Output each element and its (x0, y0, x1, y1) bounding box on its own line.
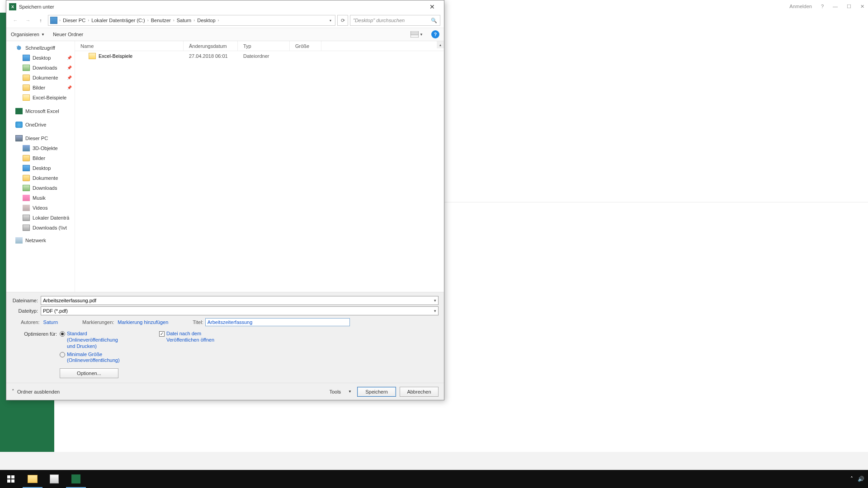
hide-folders-button[interactable]: ˄ Ordner ausblenden (12, 389, 60, 394)
network-icon (15, 237, 23, 244)
help-icon[interactable]: ? (821, 4, 824, 9)
filename-input[interactable]: Arbeitszeiterfassung.pdf (41, 296, 439, 305)
organize-button[interactable]: Organisieren▼ (11, 32, 45, 37)
new-folder-button[interactable]: Neuer Ordner (53, 32, 83, 37)
tree-desktop2[interactable]: Desktop (6, 163, 75, 173)
downloads-icon (23, 65, 30, 71)
tray-volume-icon[interactable]: 🔊 (858, 476, 864, 482)
col-date[interactable]: Änderungsdatum (184, 41, 238, 51)
taskbar-app[interactable] (43, 470, 65, 488)
chevron-up-icon: ˄ (12, 389, 14, 394)
svg-rect-0 (410, 31, 419, 38)
desktop-icon (23, 55, 30, 61)
tray-chevron-icon[interactable]: ˄ (850, 476, 853, 482)
tree-pictures2[interactable]: Bilder (6, 153, 75, 163)
tree-documents2[interactable]: Dokumente (6, 173, 75, 183)
file-date: 27.04.2018 06:01 (184, 53, 238, 59)
title-input[interactable]: Arbeitszeiterfassung (205, 318, 350, 326)
3d-icon (23, 145, 30, 151)
help-button[interactable]: ? (431, 30, 439, 38)
open-after-checkbox[interactable]: Datei nach dem Veröffentlichen öffnen (159, 331, 225, 343)
title-label: Titel: (193, 319, 203, 325)
options-button[interactable]: Optionen... (60, 368, 118, 378)
tree-quick-access[interactable]: Schnellzugriff (6, 43, 75, 53)
taskbar[interactable]: ˄ 🔊 (0, 470, 868, 488)
search-placeholder: "Desktop" durchsuchen (353, 18, 405, 23)
breadcrumb-seg[interactable]: Saturn (175, 18, 193, 23)
col-size[interactable]: Größe (290, 41, 321, 51)
taskbar-excel[interactable] (65, 470, 87, 488)
app-icon (50, 474, 59, 483)
tags-value[interactable]: Markierung hinzufügen (118, 319, 168, 325)
breadcrumb-seg[interactable]: Desktop (196, 18, 217, 23)
view-icon (410, 31, 419, 38)
col-name[interactable]: Name (75, 41, 184, 51)
authors-value[interactable]: Saturn (43, 319, 58, 325)
nav-tree[interactable]: Schnellzugriff Desktop📌 Downloads📌 Dokum… (6, 41, 75, 292)
tree-network[interactable]: Netzwerk (6, 235, 75, 245)
close-icon[interactable]: ✕ (860, 4, 864, 9)
breadcrumb-seg[interactable]: Benutzer (150, 18, 172, 23)
breadcrumb[interactable]: › Dieser PC › Lokaler Datenträger (C:) ›… (48, 15, 335, 26)
tree-downloads2[interactable]: Downloads (6, 183, 75, 193)
chevron-right-icon[interactable]: › (173, 18, 175, 23)
breadcrumb-dropdown[interactable]: ▾ (328, 19, 333, 23)
tree-onedrive[interactable]: OneDrive (6, 120, 75, 130)
tree-desktop[interactable]: Desktop📌 (6, 53, 75, 63)
dialog-close-button[interactable]: ✕ (423, 1, 441, 12)
refresh-button[interactable]: ⟳ (337, 15, 348, 26)
maximize-icon[interactable]: ☐ (847, 4, 851, 9)
windows-icon (7, 475, 14, 483)
forward-button[interactable]: → (23, 15, 33, 26)
downloads-icon (23, 185, 30, 191)
minimize-icon[interactable]: — (833, 4, 838, 9)
save-button[interactable]: Speichern (357, 387, 396, 397)
breadcrumb-seg[interactable]: Lokaler Datenträger (C:) (90, 18, 146, 23)
pc-icon (15, 135, 23, 141)
filename-label: Dateiname: (12, 298, 38, 303)
star-icon (15, 45, 23, 51)
taskbar-explorer[interactable] (22, 470, 43, 488)
tree-videos[interactable]: Videos (6, 203, 75, 213)
chevron-right-icon[interactable]: › (59, 18, 61, 23)
tree-excel-examples[interactable]: Excel-Beispiele (6, 93, 75, 103)
svg-rect-5 (7, 479, 10, 483)
cancel-button[interactable]: Abbrechen (400, 387, 439, 397)
chevron-right-icon[interactable]: › (193, 18, 195, 23)
signin-link[interactable]: Anmelden (789, 4, 812, 9)
file-row[interactable]: Excel-Beispiele 27.04.2018 06:01 Dateior… (75, 51, 444, 61)
search-input[interactable]: "Desktop" durchsuchen 🔍 (350, 15, 440, 26)
svg-rect-4 (11, 475, 14, 479)
chevron-right-icon[interactable]: › (88, 18, 89, 23)
search-icon[interactable]: 🔍 (431, 18, 437, 23)
tree-music[interactable]: Musik (6, 193, 75, 203)
chevron-right-icon[interactable]: › (218, 18, 219, 23)
tree-local-disk[interactable]: Lokaler Datenträ (6, 213, 75, 223)
scroll-up-button[interactable]: ▴ (437, 41, 444, 48)
chevron-right-icon[interactable]: › (147, 18, 149, 23)
start-button[interactable] (0, 470, 22, 488)
optimize-standard-radio[interactable]: Standard (Onlineveröffentlichung und Dru… (60, 331, 123, 349)
tree-pictures[interactable]: Bilder📌 (6, 83, 75, 93)
drive-icon (23, 215, 30, 221)
col-type[interactable]: Typ (238, 41, 290, 51)
tools-button[interactable]: Tools▼ (329, 389, 352, 394)
checkbox-icon (159, 331, 165, 337)
excel-icon (15, 108, 23, 114)
breadcrumb-seg[interactable]: Dieser PC (61, 18, 87, 23)
tree-downloads[interactable]: Downloads📌 (6, 63, 75, 73)
file-list[interactable]: ▴ Name Änderungsdatum Typ Größe Excel-Be… (75, 41, 444, 292)
tree-this-pc[interactable]: Dieser PC (6, 133, 75, 143)
tree-documents[interactable]: Dokumente📌 (6, 73, 75, 83)
filetype-select[interactable]: PDF (*.pdf) (41, 306, 439, 315)
view-button[interactable]: ▼ (410, 31, 423, 38)
system-tray[interactable]: ˄ 🔊 (850, 476, 868, 482)
explorer-icon (28, 475, 38, 483)
tree-ms-excel[interactable]: Microsoft Excel (6, 106, 75, 116)
back-button[interactable]: ← (10, 15, 21, 26)
optimize-minimal-radio[interactable]: Minimale Größe (Onlineveröffentlichung) (60, 352, 123, 364)
tree-3d[interactable]: 3D-Objekte (6, 143, 75, 153)
nav-row: ← → ↑ › Dieser PC › Lokaler Datenträger … (6, 13, 444, 28)
up-button[interactable]: ↑ (35, 15, 46, 26)
tree-net-downloads[interactable]: Downloads (\\vt (6, 223, 75, 233)
